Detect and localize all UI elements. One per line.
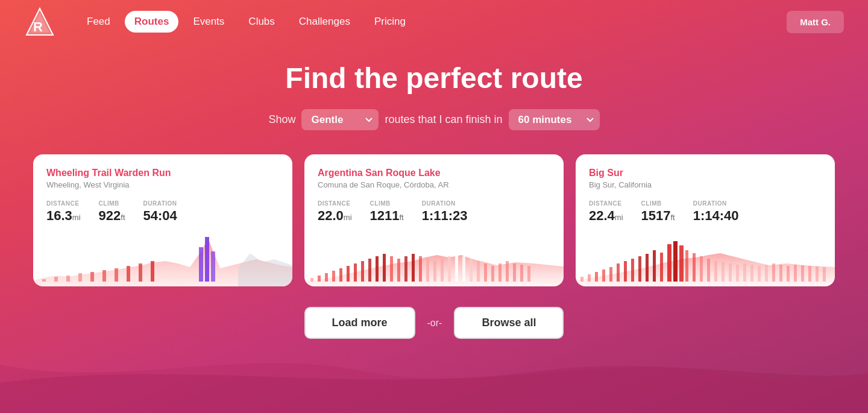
- card-location: Comuna de San Roque, Córdoba, AR: [318, 180, 550, 189]
- elevation-chart: [576, 232, 835, 286]
- svg-rect-62: [685, 250, 688, 282]
- background-wave: [0, 341, 868, 413]
- svg-rect-75: [779, 265, 782, 282]
- svg-text:R: R: [33, 19, 43, 34]
- stat-duration: DURATION 1:11:23: [422, 200, 468, 224]
- nav-clubs[interactable]: Clubs: [239, 11, 284, 33]
- svg-rect-43: [506, 261, 509, 282]
- svg-rect-50: [602, 270, 605, 282]
- svg-rect-67: [722, 262, 725, 282]
- duration-select[interactable]: 30 minutes 60 minutes 90 minutes 120 min…: [509, 109, 600, 130]
- route-card: Argentina San Roque Lake Comuna de San R…: [304, 154, 564, 286]
- card-location: Big Sur, California: [589, 180, 822, 189]
- svg-rect-70: [743, 263, 746, 282]
- svg-rect-77: [794, 265, 797, 282]
- browse-all-button[interactable]: Browse all: [454, 307, 564, 339]
- card-stats: DISTANCE 22.0mi CLIMB 1211ft DURATION 1:…: [318, 200, 550, 224]
- svg-rect-79: [808, 266, 811, 282]
- svg-rect-64: [700, 256, 703, 282]
- svg-rect-55: [638, 256, 641, 282]
- elevation-chart: [304, 232, 564, 286]
- filter-middle: routes that I can finish in: [385, 113, 502, 126]
- svg-rect-13: [199, 247, 203, 282]
- svg-rect-65: [707, 259, 710, 282]
- svg-rect-45: [520, 265, 523, 282]
- svg-rect-37: [462, 256, 465, 282]
- card-stats: DISTANCE 22.4mi CLIMB 1517ft DURATION 1:…: [589, 200, 822, 224]
- svg-rect-41: [491, 266, 494, 282]
- svg-rect-51: [609, 267, 612, 282]
- svg-rect-66: [714, 261, 717, 282]
- svg-rect-54: [631, 259, 634, 282]
- stat-distance: DISTANCE 22.4mi: [589, 200, 623, 224]
- svg-rect-15: [211, 251, 215, 282]
- nav-feed[interactable]: Feed: [77, 11, 120, 33]
- svg-rect-5: [66, 276, 70, 282]
- svg-rect-11: [139, 263, 142, 282]
- card-title[interactable]: Wheeling Trail Warden Run: [46, 168, 279, 178]
- app-logo[interactable]: R: [24, 6, 55, 37]
- svg-rect-22: [354, 263, 357, 282]
- svg-rect-73: [765, 265, 768, 282]
- svg-rect-17: [318, 276, 321, 282]
- card-title[interactable]: Big Sur: [589, 168, 822, 178]
- svg-rect-46: [527, 266, 530, 282]
- svg-rect-12: [151, 261, 154, 282]
- svg-rect-78: [801, 265, 804, 282]
- route-card: Big Sur Big Sur, California DISTANCE 22.…: [576, 154, 835, 286]
- actions-row: Load more -or- Browse all: [0, 296, 868, 339]
- svg-rect-52: [617, 263, 620, 282]
- svg-rect-25: [376, 256, 379, 282]
- nav-pricing[interactable]: Pricing: [365, 11, 415, 33]
- hero-filter: Show Gentle Moderate Hard routes that I …: [12, 109, 856, 130]
- svg-rect-18: [325, 273, 328, 282]
- svg-rect-57: [653, 250, 656, 282]
- svg-rect-63: [693, 253, 696, 282]
- svg-rect-8: [102, 270, 106, 282]
- nav-links: Feed Routes Events Clubs Challenges Pric…: [77, 11, 787, 33]
- svg-rect-48: [588, 274, 591, 282]
- svg-rect-44: [513, 263, 516, 282]
- card-title[interactable]: Argentina San Roque Lake: [318, 168, 550, 178]
- route-card: Wheeling Trail Warden Run Wheeling, West…: [33, 154, 292, 286]
- user-button[interactable]: Matt G.: [787, 11, 844, 33]
- svg-rect-29: [404, 256, 407, 282]
- svg-rect-61: [679, 245, 684, 282]
- or-separator: -or-: [427, 318, 442, 329]
- hero-title: Find the perfect route: [12, 61, 856, 95]
- filter-prefix: Show: [268, 113, 295, 126]
- svg-rect-81: [823, 267, 826, 282]
- svg-rect-40: [484, 263, 487, 282]
- svg-rect-16: [310, 278, 313, 282]
- stat-climb: CLIMB 1211ft: [370, 200, 404, 224]
- stat-climb: CLIMB 922ft: [99, 200, 125, 224]
- load-more-button[interactable]: Load more: [304, 307, 415, 339]
- svg-rect-26: [383, 254, 386, 282]
- svg-rect-21: [347, 266, 350, 282]
- svg-rect-35: [448, 256, 451, 282]
- cards-container: Wheeling Trail Warden Run Wheeling, West…: [0, 142, 868, 296]
- nav-routes[interactable]: Routes: [125, 11, 179, 33]
- svg-rect-7: [90, 272, 94, 282]
- difficulty-select[interactable]: Gentle Moderate Hard: [301, 109, 379, 130]
- svg-rect-3: [42, 279, 46, 282]
- svg-rect-34: [441, 259, 444, 282]
- svg-rect-20: [339, 268, 342, 282]
- stat-duration: DURATION 54:04: [143, 200, 177, 224]
- stat-distance: DISTANCE 16.3mi: [46, 200, 81, 224]
- svg-rect-47: [580, 277, 583, 282]
- svg-rect-32: [426, 259, 429, 282]
- svg-rect-23: [361, 261, 364, 282]
- svg-rect-58: [660, 253, 663, 282]
- nav-events[interactable]: Events: [183, 11, 234, 33]
- svg-rect-9: [115, 268, 118, 282]
- nav-challenges[interactable]: Challenges: [289, 11, 360, 33]
- svg-rect-42: [498, 263, 502, 282]
- svg-rect-76: [787, 266, 790, 282]
- svg-rect-4: [54, 277, 58, 282]
- svg-rect-14: [205, 237, 209, 282]
- card-stats: DISTANCE 16.3mi CLIMB 922ft DURATION 54:…: [46, 200, 279, 224]
- svg-rect-49: [595, 272, 598, 282]
- svg-rect-19: [332, 271, 335, 282]
- elevation-chart: [33, 232, 292, 286]
